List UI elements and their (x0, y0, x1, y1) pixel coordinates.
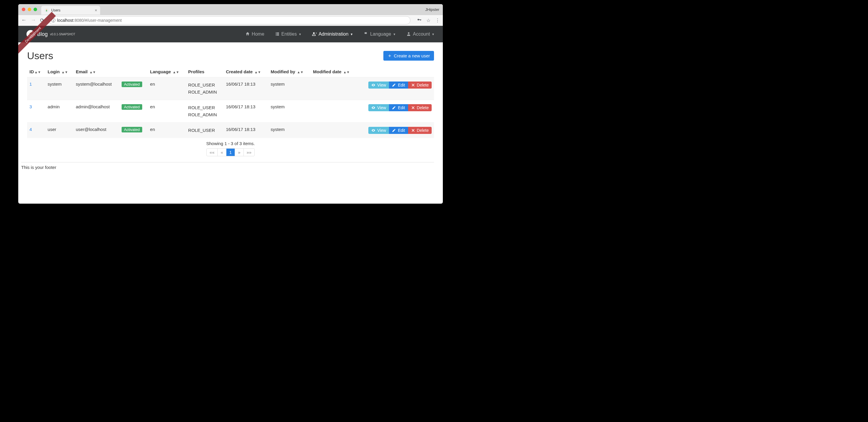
user-id-link[interactable]: 4 (29, 127, 32, 132)
page-current[interactable]: 1 (226, 149, 235, 156)
cell-email: admin@localhost (73, 100, 119, 123)
sort-icon: ▲▼ (297, 70, 304, 74)
site-info-icon[interactable]: i (51, 18, 55, 22)
cell-modified-by: system (268, 77, 311, 100)
col-modified-date[interactable]: Modified date ▲▼ (311, 66, 358, 77)
view-button[interactable]: View (368, 82, 389, 89)
page-next[interactable]: » (235, 149, 244, 156)
cell-login: system (45, 77, 73, 100)
browser-tab[interactable]: Users × (41, 6, 100, 15)
cell-modified-by: system (268, 123, 311, 138)
cell-modified-date (311, 100, 358, 123)
edit-button[interactable]: Edit (389, 104, 408, 111)
sort-icon: ▲▼ (343, 70, 350, 74)
url-host: localhost (57, 18, 73, 23)
table-row: 3adminadmin@localhostActivatedenROLE_USE… (27, 100, 434, 123)
address-bar[interactable]: i localhost:8080/#/user-management (49, 16, 410, 25)
x-icon (411, 105, 415, 110)
table-row: 4useruser@localhostActivatedenROLE_USER1… (27, 123, 434, 138)
cell-profiles: ROLE_USER (186, 123, 223, 138)
page-content: Users Create a new user ID▲▼ Login ▲▼ Em… (18, 42, 443, 204)
svg-point-5 (31, 33, 31, 34)
reload-button[interactable]: ⟳ (40, 17, 44, 24)
svg-point-6 (313, 32, 314, 34)
user-icon (406, 31, 411, 37)
nav-account-label: Account (413, 31, 430, 37)
nav-home[interactable]: Home (245, 31, 265, 37)
col-created[interactable]: Created date ▲▼ (223, 66, 268, 77)
col-email[interactable]: Email ▲▼ (73, 66, 119, 77)
user-id-link[interactable]: 3 (29, 104, 32, 109)
nav-account[interactable]: Account ▼ (406, 31, 435, 37)
cell-login: admin (45, 100, 73, 123)
page-first[interactable]: «« (207, 149, 218, 156)
tab-close-icon[interactable]: × (95, 8, 97, 13)
window-close-icon[interactable] (22, 8, 25, 11)
x-icon (411, 128, 415, 133)
status-badge[interactable]: Activated (122, 127, 142, 132)
cell-login: user (45, 123, 73, 138)
table-row: 1systemsystem@localhostActivatedenROLE_U… (27, 77, 434, 100)
plus-icon (388, 53, 392, 58)
delete-button[interactable]: Delete (408, 127, 432, 134)
x-icon (411, 83, 415, 88)
cell-modified-by: system (268, 100, 311, 123)
col-language[interactable]: Language ▲▼ (148, 66, 186, 77)
eye-icon (371, 105, 375, 110)
delete-button[interactable]: Delete (408, 104, 432, 111)
browser-menu-icon[interactable]: ⋮ (435, 18, 440, 23)
window-minimize-icon[interactable] (28, 8, 31, 11)
view-button[interactable]: View (368, 127, 389, 134)
brand[interactable]: Blog v0.0.1-SNAPSHOT (27, 30, 75, 38)
eye-icon (371, 128, 375, 133)
tab-favicon-icon (44, 8, 49, 13)
app-navbar: Development Blog v0.0.1-SNAPSHOT Home En… (18, 26, 443, 42)
browser-toolbar: ← → ⟳ i localhost:8080/#/user-management… (18, 15, 443, 26)
back-button[interactable]: ← (21, 17, 27, 24)
sort-icon: ▲▼ (62, 70, 68, 74)
col-login[interactable]: Login ▲▼ (45, 66, 73, 77)
nav-administration[interactable]: Administration ▼ (312, 31, 353, 37)
nav-entities-label: Entities (281, 31, 297, 37)
delete-button[interactable]: Delete (408, 82, 432, 89)
status-badge[interactable]: Activated (122, 82, 142, 87)
create-user-button[interactable]: Create a new user (383, 51, 434, 61)
nav-home-label: Home (252, 31, 265, 37)
tab-title: Users (51, 8, 60, 12)
nav-language[interactable]: Language ▼ (364, 31, 396, 37)
nav-administration-label: Administration (318, 31, 348, 37)
cell-modified-date (311, 77, 358, 100)
cell-profiles: ROLE_USERROLE_ADMIN (186, 100, 223, 123)
page-prev[interactable]: « (218, 149, 226, 156)
col-modified-by[interactable]: Modified by ▲▼ (268, 66, 311, 77)
caret-down-icon: ▼ (393, 33, 396, 36)
eye-icon (371, 83, 375, 88)
url-path: :8080/#/user-management (73, 18, 122, 23)
user-id-link[interactable]: 1 (29, 82, 32, 87)
status-badge[interactable]: Activated (122, 104, 142, 110)
cell-profiles: ROLE_USERROLE_ADMIN (186, 77, 223, 100)
cell-modified-date (311, 123, 358, 138)
page-title: Users (27, 50, 53, 62)
edit-button[interactable]: Edit (389, 82, 408, 89)
sort-icon: ▲▼ (90, 70, 96, 74)
cell-language: en (148, 100, 186, 123)
nav-entities[interactable]: Entities ▼ (275, 31, 302, 37)
svg-point-7 (408, 32, 409, 34)
page-last[interactable]: »» (244, 149, 255, 156)
edit-button[interactable]: Edit (389, 127, 408, 134)
forward-button[interactable]: → (31, 17, 36, 24)
brand-logo-icon (27, 30, 35, 38)
window-zoom-icon[interactable] (34, 8, 37, 11)
home-icon (245, 31, 250, 37)
create-user-label: Create a new user (394, 53, 430, 58)
col-id[interactable]: ID▲▼ (27, 66, 45, 77)
footer-text: This is your footer (21, 165, 434, 170)
sort-icon: ▲▼ (254, 70, 261, 74)
pagination: «« « 1 » »» (207, 148, 255, 156)
sort-icon: ▲▼ (173, 70, 179, 74)
password-key-icon[interactable] (417, 18, 422, 23)
bookmark-star-icon[interactable]: ☆ (426, 18, 431, 23)
view-button[interactable]: View (368, 104, 389, 111)
col-profiles: Profiles (186, 66, 223, 77)
